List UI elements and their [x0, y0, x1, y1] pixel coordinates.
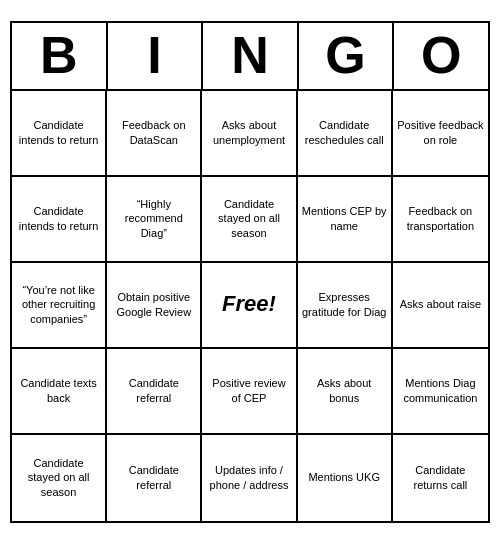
bingo-cell-16[interactable]: Candidate referral	[107, 349, 202, 435]
bingo-cell-24[interactable]: Candidate returns call	[393, 435, 488, 521]
bingo-cell-11[interactable]: Obtain positive Google Review	[107, 263, 202, 349]
cell-text-24: Candidate returns call	[397, 463, 484, 492]
cell-text-5: Candidate intends to return	[16, 204, 101, 233]
cell-text-4: Positive feedback on role	[397, 118, 484, 147]
cell-text-20: Candidate stayed on all season	[16, 456, 101, 499]
header-letter-b: B	[12, 23, 108, 88]
cell-text-18: Asks about bonus	[302, 376, 387, 405]
bingo-cell-13[interactable]: Expresses gratitude for Diag	[298, 263, 393, 349]
cell-text-11: Obtain positive Google Review	[111, 290, 196, 319]
header-letter-i: I	[108, 23, 204, 88]
cell-text-16: Candidate referral	[111, 376, 196, 405]
cell-text-21: Candidate referral	[111, 463, 196, 492]
free-space[interactable]: Free!	[202, 263, 297, 349]
cell-text-6: “Highly recommend Diag”	[111, 197, 196, 240]
header-letter-g: G	[299, 23, 395, 88]
cell-text-23: Mentions UKG	[308, 470, 380, 484]
cell-text-8: Mentions CEP by name	[302, 204, 387, 233]
cell-text-2: Asks about unemployment	[206, 118, 291, 147]
cell-text-14: Asks about raise	[400, 297, 481, 311]
bingo-grid: Candidate intends to returnFeedback on D…	[12, 91, 488, 521]
bingo-cell-5[interactable]: Candidate intends to return	[12, 177, 107, 263]
cell-text-7: Candidate stayed on all season	[206, 197, 291, 240]
cell-text-13: Expresses gratitude for Diag	[302, 290, 387, 319]
cell-text-9: Feedback on transportation	[397, 204, 484, 233]
bingo-card: BINGO Candidate intends to returnFeedbac…	[10, 21, 490, 522]
cell-text-22: Updates info / phone / address	[206, 463, 291, 492]
bingo-cell-4[interactable]: Positive feedback on role	[393, 91, 488, 177]
header-letter-o: O	[394, 23, 488, 88]
bingo-cell-6[interactable]: “Highly recommend Diag”	[107, 177, 202, 263]
bingo-cell-10[interactable]: “You’re not like other recruiting compan…	[12, 263, 107, 349]
cell-text-17: Positive review of CEP	[206, 376, 291, 405]
bingo-cell-9[interactable]: Feedback on transportation	[393, 177, 488, 263]
cell-text-3: Candidate reschedules call	[302, 118, 387, 147]
bingo-cell-23[interactable]: Mentions UKG	[298, 435, 393, 521]
bingo-cell-15[interactable]: Candidate texts back	[12, 349, 107, 435]
cell-text-1: Feedback on DataScan	[111, 118, 196, 147]
bingo-cell-0[interactable]: Candidate intends to return	[12, 91, 107, 177]
bingo-cell-22[interactable]: Updates info / phone / address	[202, 435, 297, 521]
bingo-cell-3[interactable]: Candidate reschedules call	[298, 91, 393, 177]
bingo-cell-21[interactable]: Candidate referral	[107, 435, 202, 521]
bingo-cell-8[interactable]: Mentions CEP by name	[298, 177, 393, 263]
header-letter-n: N	[203, 23, 299, 88]
bingo-cell-20[interactable]: Candidate stayed on all season	[12, 435, 107, 521]
cell-text-12: Free!	[222, 290, 276, 319]
cell-text-10: “You’re not like other recruiting compan…	[16, 283, 101, 326]
bingo-cell-14[interactable]: Asks about raise	[393, 263, 488, 349]
bingo-cell-19[interactable]: Mentions Diag communication	[393, 349, 488, 435]
bingo-cell-2[interactable]: Asks about unemployment	[202, 91, 297, 177]
bingo-header: BINGO	[12, 23, 488, 90]
cell-text-19: Mentions Diag communication	[397, 376, 484, 405]
bingo-cell-7[interactable]: Candidate stayed on all season	[202, 177, 297, 263]
cell-text-0: Candidate intends to return	[16, 118, 101, 147]
bingo-cell-1[interactable]: Feedback on DataScan	[107, 91, 202, 177]
bingo-cell-17[interactable]: Positive review of CEP	[202, 349, 297, 435]
cell-text-15: Candidate texts back	[16, 376, 101, 405]
bingo-cell-18[interactable]: Asks about bonus	[298, 349, 393, 435]
